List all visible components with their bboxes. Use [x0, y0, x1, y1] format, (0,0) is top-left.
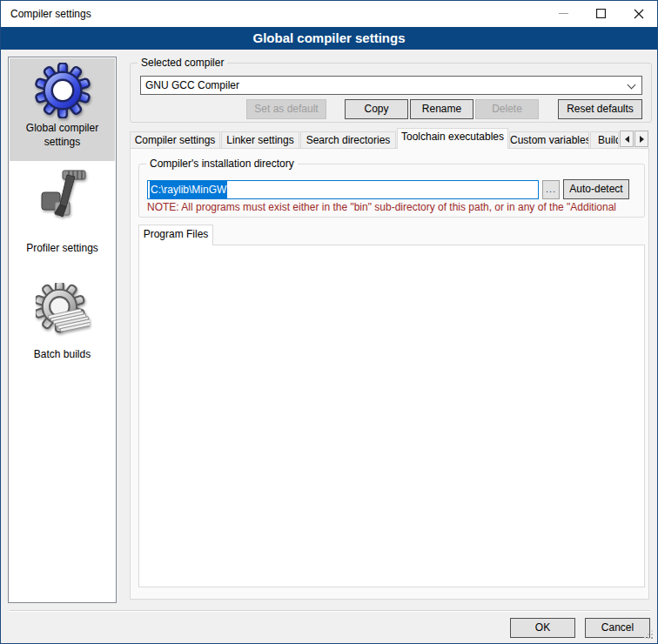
- minimize-icon: [559, 9, 568, 18]
- settings-category-list: Global compiler settings Profiler settin…: [8, 57, 117, 603]
- compiler-select[interactable]: GNU GCC Compiler: [140, 76, 642, 95]
- maximize-icon: [596, 9, 606, 18]
- tab-scroll-right-button[interactable]: [634, 131, 648, 147]
- right-arrow-icon: [640, 136, 644, 143]
- compiler-settings-window: Compiler settings Global compiler settin…: [0, 0, 658, 644]
- installation-directory-group-label: Compiler's installation directory: [146, 158, 298, 171]
- tab-linker-settings[interactable]: Linker settings: [221, 131, 299, 149]
- tab-compiler-settings[interactable]: Compiler settings: [130, 131, 220, 149]
- blue-gear-icon: [35, 63, 91, 118]
- program-files-page: [138, 245, 645, 587]
- left-arrow-icon: [625, 136, 629, 143]
- chevron-down-icon: [628, 81, 636, 90]
- tab-build-options[interactable]: Build: [590, 131, 619, 149]
- gray-gear-stack-icon: [36, 283, 90, 337]
- sidebar-item-batch-builds[interactable]: Batch builds: [10, 264, 115, 377]
- resize-grip[interactable]: [643, 629, 654, 640]
- selected-compiler-group-label: Selected compiler: [138, 57, 227, 70]
- sidebar-item-label: Batch builds: [11, 347, 113, 361]
- minimize-button[interactable]: [545, 1, 582, 26]
- tab-program-files[interactable]: Program Files: [138, 225, 213, 245]
- delete-button[interactable]: Delete: [475, 99, 539, 119]
- reset-defaults-button[interactable]: Reset defaults: [558, 99, 642, 119]
- close-icon: [634, 9, 644, 19]
- ok-button[interactable]: OK: [510, 618, 575, 638]
- note-text: NOTE: All programs must exist either in …: [147, 201, 640, 213]
- sidebar-item-label: Global compiler settings: [11, 121, 113, 149]
- footer-divider: [10, 610, 650, 612]
- tab-search-directories[interactable]: Search directories: [300, 131, 396, 149]
- installation-directory-input[interactable]: C:\raylib\MinGW: [147, 180, 539, 199]
- cancel-button[interactable]: Cancel: [585, 618, 650, 638]
- rename-button[interactable]: Rename: [410, 99, 473, 119]
- installation-directory-browse-button[interactable]: ...: [542, 180, 560, 199]
- tab-toolchain-executables[interactable]: Toolchain executables: [397, 128, 508, 149]
- maximize-button[interactable]: [582, 1, 620, 26]
- set-as-default-button[interactable]: Set as default: [246, 99, 326, 119]
- tab-scroll-left-button[interactable]: [620, 131, 634, 147]
- auto-detect-button[interactable]: Auto-detect: [563, 179, 629, 199]
- sidebar-item-global-compiler-settings[interactable]: Global compiler settings: [10, 58, 115, 161]
- sidebar-item-profiler-settings[interactable]: Profiler settings: [10, 161, 115, 264]
- selected-text: C:\raylib\MinGW: [150, 180, 227, 199]
- dialog-header: Global compiler settings: [1, 27, 657, 50]
- caliper-icon: [37, 167, 89, 219]
- copy-button[interactable]: Copy: [345, 99, 408, 119]
- sidebar-item-label: Profiler settings: [11, 241, 113, 255]
- tab-custom-variables[interactable]: Custom variables: [509, 131, 589, 149]
- compiler-select-value: GNU GCC Compiler: [145, 79, 239, 91]
- window-title: Compiler settings: [10, 1, 91, 27]
- close-button[interactable]: [620, 1, 657, 26]
- title-bar: Compiler settings: [1, 1, 657, 27]
